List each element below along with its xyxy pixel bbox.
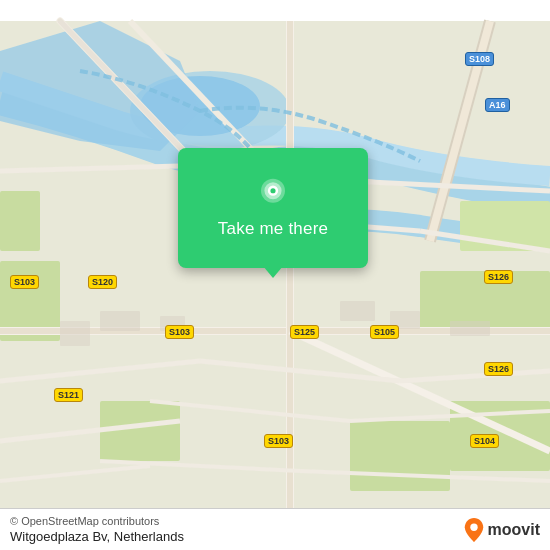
badge-s103-bl: S103 [264, 434, 293, 448]
map-container: S108 A16 S103 S120 S103 S125 S105 S126 S… [0, 0, 550, 550]
badge-s126-mr: S126 [484, 362, 513, 376]
popup-card[interactable]: Take me there [178, 148, 368, 268]
moovit-pin-icon [464, 518, 484, 542]
svg-rect-4 [0, 191, 40, 251]
moovit-logo: moovit [464, 518, 540, 542]
location-label: Witgoedplaza Bv, Netherlands [10, 529, 184, 544]
svg-rect-8 [350, 421, 450, 491]
badge-s105: S105 [370, 325, 399, 339]
badge-s108: S108 [465, 52, 494, 66]
badge-s103-tl: S103 [10, 275, 39, 289]
badge-a16: A16 [485, 98, 510, 112]
moovit-brand-text: moovit [488, 521, 540, 539]
badge-s104: S104 [470, 434, 499, 448]
attribution-text: © OpenStreetMap contributors [10, 515, 184, 527]
svg-rect-37 [340, 301, 375, 321]
svg-point-44 [470, 523, 477, 530]
badge-s126-tr: S126 [484, 270, 513, 284]
badge-s103-mid: S103 [165, 325, 194, 339]
svg-rect-35 [100, 311, 140, 331]
location-pin-icon [255, 177, 291, 213]
svg-rect-34 [60, 321, 90, 346]
bottom-bar: © OpenStreetMap contributors Witgoedplaz… [0, 508, 550, 550]
badge-s120: S120 [88, 275, 117, 289]
badge-s121: S121 [54, 388, 83, 402]
svg-rect-39 [450, 321, 490, 336]
take-me-there-button[interactable]: Take me there [218, 219, 328, 239]
badge-s125: S125 [290, 325, 319, 339]
svg-point-43 [270, 188, 275, 193]
